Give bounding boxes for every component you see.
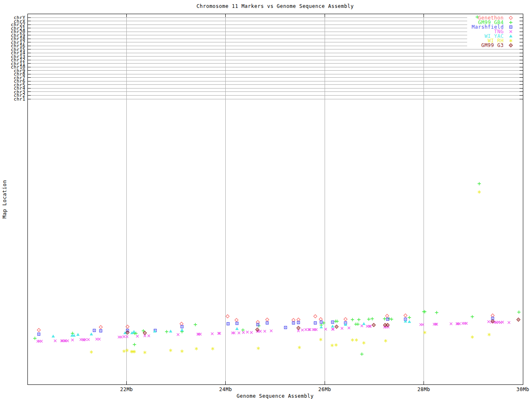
chart-page: Chromosome 11 Markers vs Genome Sequence… bbox=[0, 0, 532, 399]
glyph-center-dot bbox=[100, 330, 101, 331]
glyph-center-dot bbox=[510, 27, 511, 27]
point-wi-rh bbox=[126, 349, 128, 352]
plus-glyph bbox=[356, 323, 360, 326]
x-glyph bbox=[238, 332, 240, 334]
point-tng bbox=[305, 328, 307, 331]
point-tng bbox=[98, 338, 101, 340]
point-gm99-g3 bbox=[335, 325, 338, 328]
point-gm99-g3 bbox=[517, 318, 520, 321]
x-glyph bbox=[71, 339, 74, 341]
point-wi-yac bbox=[331, 325, 334, 328]
x-glyph bbox=[177, 333, 179, 336]
point-gm99-gb4 bbox=[390, 318, 393, 321]
point-tng bbox=[246, 331, 249, 333]
plus-glyph bbox=[470, 315, 474, 318]
x-glyph bbox=[136, 335, 139, 337]
point-tng bbox=[341, 327, 343, 330]
x-glyph bbox=[488, 320, 490, 323]
x-glyph bbox=[301, 329, 304, 331]
asterisk-glyph bbox=[298, 346, 301, 349]
glyph-center-dot bbox=[257, 329, 258, 330]
point-tng bbox=[501, 321, 504, 323]
plus-glyph bbox=[357, 318, 360, 321]
point-marshfield bbox=[37, 333, 40, 335]
point-wi-yac bbox=[90, 332, 93, 335]
point-tng bbox=[301, 329, 304, 331]
triangle-filled-glyph bbox=[320, 325, 323, 328]
y-tick-labels: chrYchrXchr22chr21chr20chr19chr18chr17ch… bbox=[11, 15, 25, 102]
point-wi-rh bbox=[331, 344, 334, 347]
point-wi-rh bbox=[169, 349, 172, 352]
plus-glyph bbox=[435, 311, 438, 314]
point-wi-rh bbox=[471, 335, 474, 339]
asterisk-glyph bbox=[335, 343, 337, 347]
asterisk-glyph bbox=[319, 338, 322, 341]
point-wi-rh bbox=[123, 350, 126, 353]
point-gm99-gb4 bbox=[133, 343, 136, 346]
point-tng bbox=[199, 333, 202, 335]
gridlines bbox=[27, 14, 523, 384]
x-glyph bbox=[270, 330, 273, 332]
x-tick-label: 26Mb bbox=[318, 387, 331, 392]
point-wi-rh bbox=[351, 338, 354, 342]
x-glyph bbox=[242, 331, 245, 334]
chrom-label: chr1 bbox=[14, 96, 25, 102]
point-wi-rh bbox=[180, 350, 183, 353]
point-genethon bbox=[235, 318, 238, 322]
point-marshfield bbox=[387, 318, 389, 320]
point-wi-rh bbox=[298, 346, 301, 349]
asterisk-glyph bbox=[195, 347, 198, 350]
asterisk-glyph bbox=[211, 347, 214, 350]
diamond-open-glyph bbox=[99, 325, 102, 329]
point-gm99-gb4 bbox=[194, 323, 197, 326]
point-gm99-g3 bbox=[372, 323, 375, 327]
x-glyph bbox=[123, 335, 125, 338]
asterisk-glyph bbox=[143, 351, 146, 354]
x-glyph bbox=[211, 332, 214, 335]
point-gm99-gb4 bbox=[356, 323, 360, 326]
diamond-open-glyph bbox=[319, 318, 323, 321]
x-glyph bbox=[126, 335, 128, 338]
point-tng bbox=[315, 328, 318, 331]
x-glyph bbox=[508, 321, 510, 324]
plus-glyph bbox=[360, 352, 364, 356]
point-wi-rh bbox=[211, 347, 214, 350]
glyph-center-dot bbox=[405, 319, 406, 320]
point-tng bbox=[136, 335, 139, 337]
asterisk-glyph bbox=[257, 347, 260, 350]
x-tick-label: 24Mb bbox=[219, 387, 232, 392]
point-wi-rh bbox=[362, 341, 365, 345]
x-glyph bbox=[98, 338, 101, 340]
glyph-center-dot bbox=[127, 332, 128, 333]
point-wi-rh bbox=[143, 351, 146, 354]
point-gm99-gb4 bbox=[470, 315, 474, 318]
point-gm99-gb4 bbox=[142, 329, 145, 332]
glyph-center-dot bbox=[236, 323, 237, 324]
point-tng bbox=[488, 320, 490, 323]
point-marshfield bbox=[181, 325, 183, 328]
point-tng bbox=[148, 335, 150, 337]
point-wi-rh bbox=[355, 338, 358, 342]
x-glyph bbox=[259, 330, 261, 332]
point-wi-yac bbox=[76, 333, 80, 336]
point-wi-yac bbox=[362, 322, 365, 325]
point-gm99-gb4 bbox=[165, 330, 168, 333]
glyph-center-dot bbox=[315, 323, 316, 323]
point-tng bbox=[233, 332, 235, 334]
triangle-filled-glyph bbox=[169, 330, 172, 332]
glyph-center-dot bbox=[228, 323, 229, 324]
legend-label: GM99 G3 bbox=[481, 42, 504, 48]
glyph-center-dot bbox=[373, 325, 374, 325]
triangle-filled-glyph bbox=[76, 333, 80, 336]
point-genethon bbox=[404, 314, 407, 317]
plus-glyph bbox=[517, 310, 521, 314]
point-wi-rh bbox=[195, 347, 198, 350]
diamond-open-glyph bbox=[235, 318, 238, 322]
point-genethon bbox=[314, 315, 317, 318]
triangle-filled-glyph bbox=[52, 335, 55, 337]
glyph-center-dot bbox=[332, 322, 333, 323]
point-gm99-gb4 bbox=[360, 352, 364, 356]
asterisk-glyph bbox=[351, 338, 354, 342]
point-genethon bbox=[491, 314, 494, 317]
point-gm99-gb4 bbox=[517, 310, 521, 314]
